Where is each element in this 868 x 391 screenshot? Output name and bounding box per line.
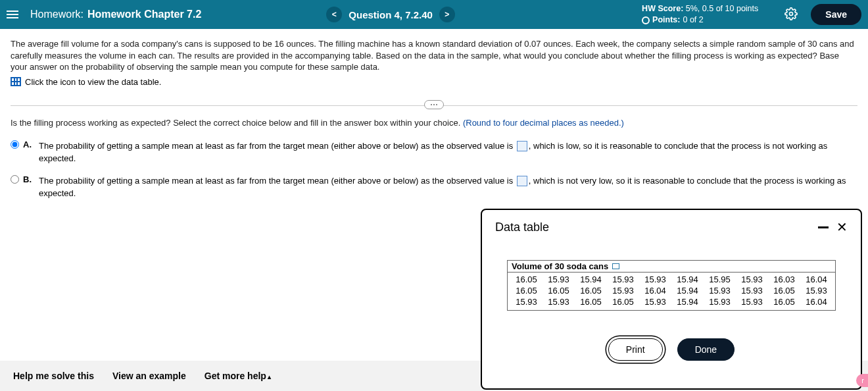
choice-a-radio[interactable] (11, 140, 19, 149)
data-grid: 16.0515.9315.9415.9315.9315.9415.9515.93… (508, 273, 835, 310)
data-cell: 16.05 (542, 285, 575, 296)
data-cell: 15.93 (704, 285, 736, 296)
help-widget[interactable]: r (856, 374, 868, 387)
choice-b-letter: B. (23, 174, 35, 184)
data-cell: 15.95 (704, 274, 736, 285)
choice-b-input[interactable] (517, 176, 527, 186)
help-solve-button[interactable]: Help me solve this (13, 371, 94, 381)
data-cell: 15.93 (704, 296, 736, 307)
chevron-up-icon: ▴ (268, 373, 271, 380)
menu-icon[interactable] (7, 7, 21, 22)
data-cell: 15.94 (575, 274, 607, 285)
score-block: HW Score: 5%, 0.5 of 10 points Points: 0… (642, 3, 758, 26)
copy-icon[interactable] (612, 263, 619, 269)
data-cell: 16.05 (768, 285, 800, 296)
minimize-icon[interactable] (818, 226, 829, 228)
data-cell: 15.93 (800, 285, 832, 296)
data-cell: 16.04 (800, 274, 832, 285)
data-cell: 15.93 (542, 296, 575, 307)
table-icon[interactable] (11, 77, 21, 86)
view-example-button[interactable]: View an example (112, 371, 186, 381)
data-cell: 15.93 (542, 274, 575, 285)
prev-question-button[interactable]: < (326, 7, 342, 22)
choice-a-text: The probability of getting a sample mean… (39, 140, 857, 165)
data-cell: 15.94 (671, 296, 704, 307)
data-cell: 15.93 (639, 296, 671, 307)
choice-a-input[interactable] (517, 141, 527, 151)
data-cell: 15.94 (671, 285, 704, 296)
problem-text: The average fill volume for a soda compa… (11, 38, 857, 73)
points-icon (642, 16, 650, 24)
next-question-button[interactable]: > (439, 7, 455, 22)
data-cell: 16.05 (575, 296, 607, 307)
print-button[interactable]: Print (608, 338, 663, 361)
prompt-text: Is the filling process working as expect… (11, 118, 857, 128)
choice-b-text: The probability of getting a sample mean… (39, 174, 857, 200)
choice-b-radio[interactable] (11, 175, 19, 184)
data-table-popup: Data table ✕ Volume of 30 soda cans 16.0… (481, 209, 862, 390)
data-cell: 16.05 (768, 296, 800, 307)
homework-title: Homework Chapter 7.2 (87, 9, 201, 20)
data-cell: 16.03 (768, 274, 800, 285)
data-table-link[interactable]: Click the icon to view the data table. (25, 77, 161, 87)
data-cell: 15.93 (639, 274, 671, 285)
popup-title: Data table (495, 221, 549, 234)
gear-icon[interactable] (784, 7, 798, 22)
data-cell: 16.05 (575, 285, 607, 296)
data-cell: 15.93 (736, 296, 768, 307)
data-cell: 16.05 (607, 296, 639, 307)
close-icon[interactable]: ✕ (836, 219, 848, 235)
data-cell: 15.93 (736, 285, 768, 296)
choice-a-letter: A. (23, 140, 35, 149)
data-cell: 15.93 (607, 285, 639, 296)
data-cell: 16.05 (510, 274, 542, 285)
data-cell: 16.04 (639, 285, 671, 296)
data-cell: 16.04 (800, 296, 832, 307)
data-cell: 15.93 (510, 296, 542, 307)
svg-point-0 (790, 12, 793, 15)
get-more-help-button[interactable]: Get more help▴ (205, 371, 271, 381)
data-cell: 15.93 (607, 274, 639, 285)
data-cell: 15.94 (671, 274, 704, 285)
expand-icon[interactable] (424, 100, 444, 109)
done-button[interactable]: Done (677, 338, 735, 361)
data-cell: 15.93 (736, 274, 768, 285)
data-cell: 16.05 (510, 285, 542, 296)
question-label: Question 4, 7.2.40 (349, 9, 433, 20)
save-button[interactable]: Save (811, 4, 861, 25)
homework-label: Homework: (30, 9, 84, 20)
data-table-title: Volume of 30 soda cans (512, 261, 608, 271)
